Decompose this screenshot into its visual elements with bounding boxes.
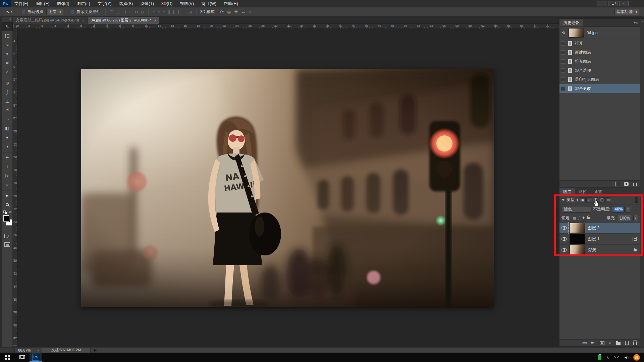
tray-expand-chevron-icon[interactable]: ∧ [606,355,609,360]
add-layer-mask-icon[interactable] [600,341,604,345]
volume-icon[interactable]: ◄) [624,355,629,359]
screen-mode-button[interactable] [4,242,10,247]
separator [105,9,106,15]
delete-state-icon[interactable] [633,183,637,186]
panel-menu-icon[interactable]: ▾≡ [634,21,638,24]
3d-mode-icon[interactable]: ⟳ [220,9,224,14]
marquee-tool[interactable] [2,31,13,40]
shape-tool[interactable]: ○ [2,180,13,189]
new-group-icon[interactable] [616,342,621,345]
gradient-tool[interactable]: ◧ [2,124,13,133]
history-source-checkbox[interactable] [561,50,565,55]
document-tab[interactable]: 04.jpg @ 66.7% (图层 2, RGB/8#) * × [88,17,159,24]
move-tool[interactable]: ↖ [2,22,13,31]
menu-item[interactable]: 文字(Y) [94,0,115,7]
layer-style-fx-icon[interactable]: fx. [591,341,595,345]
mini-background-swatch[interactable] [5,212,7,214]
task-view-button[interactable] [15,353,30,362]
toolbar-collapse-icon[interactable]: » [2,17,12,22]
tool-button[interactable] [2,189,13,191]
zoom-tool[interactable] [2,200,13,209]
history-source-checkbox[interactable] [561,86,565,91]
history-entry[interactable]: ⟲ 打开 [559,39,640,48]
history-entry[interactable]: ⟲ 盖印可见图层 [559,75,640,84]
quick-selection-tool[interactable]: ⌖ [2,49,13,58]
document-image[interactable]: NA HAWAIi [81,69,494,307]
menu-item[interactable]: 选择(S) [115,0,137,7]
healing-brush-tool[interactable]: ⊕ [2,78,13,87]
history-source-checkbox[interactable] [561,59,565,64]
dodge-tool[interactable]: ◑ [2,142,13,151]
minimize-button[interactable]: – [597,1,606,6]
usb-device-icon[interactable] [598,355,601,360]
adjustment-layer-icon[interactable]: ◐ [609,341,611,345]
history-brush-tool[interactable]: ↺ [2,106,13,115]
close-icon[interactable]: × [82,18,84,22]
3d-mode-icon[interactable]: ◎ [227,9,231,14]
menu-item[interactable]: 图像(I) [53,0,73,7]
tool-button[interactable] [2,76,13,78]
pen-tool[interactable]: ✒ [2,153,13,162]
color-swatches: ⇄ [2,210,13,230]
show-transform-checkbox[interactable] [70,10,74,14]
3d-mode-icon[interactable]: ✚ [234,9,238,14]
new-document-from-state-icon[interactable] [615,182,619,186]
delete-layer-icon[interactable] [633,342,637,345]
menu-item[interactable]: 窗口(W) [198,0,220,7]
history-source-checkbox[interactable] [561,41,565,46]
history-entry[interactable]: ⟲ 新建图层 [559,48,640,57]
status-flyout-icon[interactable]: ▶ [94,348,97,352]
panel-dock-edge[interactable]: » [640,19,644,347]
wifi-icon[interactable] [613,356,619,359]
history-entry[interactable]: ⟲ 04.jpg [559,27,640,39]
taskbar-photoshop-button[interactable]: Ps [30,353,42,362]
auto-select-dropdown[interactable]: 图层 ▲▼ [46,9,63,15]
auto-select-value: 图层 [48,9,56,15]
3d-mode-icon[interactable]: ⌂ [249,9,252,14]
menu-item[interactable]: 视图(V) [176,0,198,7]
hand-tool[interactable]: ☛ [2,191,13,200]
canvas-area[interactable]: NA HAWAIi [17,29,559,347]
menu-item[interactable]: 3D(D) [158,0,176,7]
new-snapshot-icon[interactable] [624,182,629,186]
eraser-tool[interactable]: ▱ [2,115,13,124]
3d-mode-icon[interactable]: ↔ [241,9,246,14]
history-entry-label: 04.jpg [587,31,598,35]
path-selection-tool[interactable]: ▷ [2,171,13,180]
tool-preset-dropdown-icon[interactable]: ▾ [11,10,12,13]
history-entry[interactable]: ⟲ 混合更改 [559,84,640,93]
close-button[interactable]: × [619,1,629,6]
close-icon[interactable]: × [154,18,156,22]
start-button[interactable] [0,353,15,362]
foreground-color-swatch[interactable] [3,215,9,222]
history-source-checkbox[interactable] [561,77,565,82]
link-layers-icon[interactable]: ⊂⊃ [582,341,586,345]
quick-mask-button[interactable] [4,234,10,238]
crop-tool[interactable]: # [2,58,13,67]
tool-button[interactable] [2,151,13,153]
menu-item[interactable]: 滤镜(T) [137,0,158,7]
options-grip [1,9,3,15]
document-tab[interactable]: 文章底部二维码.jpg @ 146%(RGB/8) × [13,17,88,24]
blur-tool[interactable]: ● [2,133,13,142]
menu-item[interactable]: 帮助(H) [220,0,241,7]
zoom-level-field[interactable]: 66.67% [15,348,34,352]
auto-select-checkbox[interactable] [21,10,25,14]
clone-stamp-tool[interactable]: ⊥ [2,97,13,106]
swap-colors-icon[interactable]: ⇄ [9,210,12,214]
brush-tool[interactable]: ʃ [2,87,13,97]
menu-item[interactable]: 文件(F) [11,0,32,7]
tab-history[interactable]: 历史记录 [559,19,583,26]
history-entry[interactable]: ⟲ 填充图层 [559,57,640,66]
history-source-checkbox[interactable] [561,68,565,73]
new-layer-icon[interactable] [625,341,629,345]
type-tool[interactable]: T [2,162,13,171]
eyedropper-tool[interactable]: ∕ [2,67,13,76]
lasso-tool[interactable]: ∿ [2,40,13,49]
restore-button[interactable] [608,1,618,6]
tray-app-badge[interactable]: 81 [633,354,640,361]
history-entry[interactable]: ⟲ 混合选项 [559,66,640,75]
workspace-switcher[interactable]: 基本功能 ▲▼ [614,9,639,15]
menu-item[interactable]: 编辑(E) [32,0,53,7]
menu-item[interactable]: 图层(L) [73,0,94,7]
